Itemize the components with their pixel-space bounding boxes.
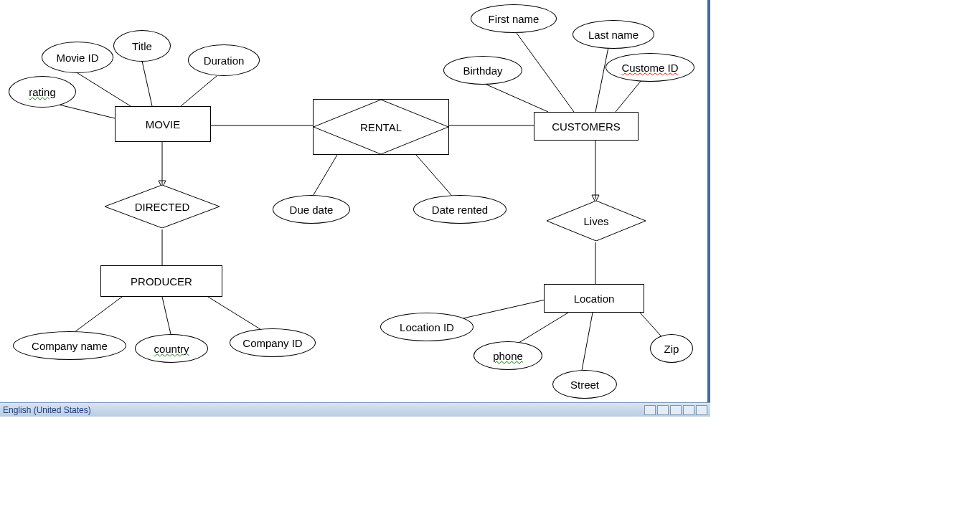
- rel-directed-label: DIRECTED: [135, 201, 190, 213]
- attr-date-rented: Date rented: [413, 195, 507, 224]
- attr-phone-label: phone: [493, 350, 523, 362]
- attr-company-name-label: Company name: [32, 340, 108, 352]
- attr-custome-id: Custome ID: [606, 53, 694, 82]
- er-diagram: MOVIE Movie ID Title Duration rating REN…: [0, 0, 710, 402]
- attr-birthday: Birthday: [443, 56, 522, 85]
- attr-due-date: Due date: [273, 195, 350, 224]
- attr-due-date-label: Due date: [290, 204, 334, 216]
- attr-movie-id-label: Movie ID: [56, 52, 98, 64]
- view-full-screen-icon[interactable]: [657, 405, 669, 415]
- attr-company-name: Company name: [13, 331, 126, 360]
- entity-producer-label: PRODUCER: [131, 275, 192, 288]
- rel-directed: DIRECTED: [133, 185, 191, 228]
- attr-zip-label: Zip: [664, 343, 679, 355]
- attr-date-rented-label: Date rented: [432, 204, 488, 216]
- status-bar: English (United States): [0, 402, 710, 417]
- entity-location: Location: [544, 284, 644, 313]
- attr-street: Street: [552, 370, 617, 399]
- rel-rental-label: RENTAL: [360, 121, 402, 133]
- attr-title: Title: [113, 30, 171, 62]
- attr-last-name-label: Last name: [588, 29, 639, 41]
- attr-zip: Zip: [650, 334, 693, 363]
- attr-company-id: Company ID: [230, 328, 316, 357]
- rel-lives-label: Lives: [583, 215, 608, 227]
- rel-rental: RENTAL: [313, 99, 449, 155]
- entity-customers-label: CUSTOMERS: [552, 120, 621, 133]
- attr-birthday-label: Birthday: [463, 65, 502, 77]
- view-web-layout-icon[interactable]: [670, 405, 682, 415]
- entity-location-label: Location: [574, 293, 615, 305]
- attr-rating: rating: [9, 76, 76, 108]
- rel-lives: Lives: [571, 201, 621, 241]
- attr-country-label: country: [154, 343, 189, 355]
- view-print-layout-icon[interactable]: [644, 405, 656, 415]
- attr-last-name: Last name: [573, 20, 654, 49]
- entity-movie: MOVIE: [115, 106, 211, 142]
- view-draft-icon[interactable]: [696, 405, 707, 415]
- attr-first-name: First name: [471, 4, 557, 33]
- status-language: English (United States): [3, 405, 91, 415]
- view-outline-icon[interactable]: [683, 405, 694, 415]
- attr-country: country: [135, 334, 208, 363]
- entity-customers: CUSTOMERS: [534, 112, 639, 141]
- attr-first-name-label: First name: [489, 13, 540, 25]
- attr-street-label: Street: [570, 379, 599, 391]
- attr-duration-label: Duration: [204, 54, 245, 67]
- entity-movie-label: MOVIE: [146, 118, 180, 130]
- attr-company-id-label: Company ID: [242, 337, 302, 349]
- attr-phone: phone: [473, 341, 542, 370]
- attr-movie-id: Movie ID: [42, 42, 113, 73]
- entity-producer: PRODUCER: [100, 265, 222, 297]
- attr-location-id: Location ID: [380, 313, 473, 341]
- attr-custome-id-label: Custome ID: [621, 62, 678, 74]
- view-controls: [644, 405, 707, 415]
- attr-duration: Duration: [188, 44, 260, 76]
- attr-location-id-label: Location ID: [400, 321, 454, 333]
- attr-title-label: Title: [132, 40, 152, 52]
- attr-rating-label: rating: [29, 86, 56, 98]
